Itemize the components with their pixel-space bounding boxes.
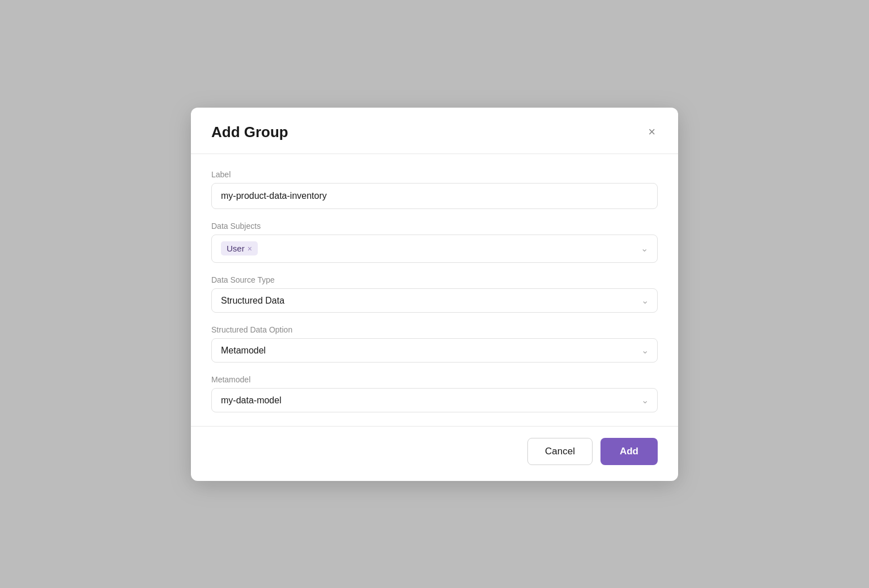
modal-body: Label my-product-data-inventory Data Sub… bbox=[191, 154, 678, 426]
data-subjects-chevron-icon: ⌄ bbox=[641, 243, 648, 254]
metamodel-field-group: Metamodel my-data-model ⌄ bbox=[211, 375, 658, 412]
structured-data-option-select[interactable]: Metamodel bbox=[211, 338, 658, 363]
data-source-type-label: Data Source Type bbox=[211, 275, 658, 284]
data-subjects-field-group: Data Subjects User × ⌄ bbox=[211, 221, 658, 263]
data-source-type-field-group: Data Source Type Structured Data ⌄ bbox=[211, 275, 658, 313]
user-tag: User × bbox=[221, 241, 258, 255]
modal-title: Add Group bbox=[211, 123, 288, 141]
modal-overlay: Add Group × Label my-product-data-invent… bbox=[0, 0, 869, 588]
metamodel-select[interactable]: my-data-model bbox=[211, 388, 658, 412]
structured-data-option-field-group: Structured Data Option Metamodel ⌄ bbox=[211, 325, 658, 363]
structured-data-option-label: Structured Data Option bbox=[211, 325, 658, 334]
tag-value: User bbox=[227, 244, 245, 253]
add-group-modal: Add Group × Label my-product-data-invent… bbox=[191, 108, 678, 481]
metamodel-label: Metamodel bbox=[211, 375, 658, 384]
structured-data-option-wrapper: Metamodel ⌄ bbox=[211, 338, 658, 363]
label-field-group: Label my-product-data-inventory bbox=[211, 170, 658, 209]
data-subjects-select[interactable]: User × ⌄ bbox=[211, 235, 658, 263]
cancel-button[interactable]: Cancel bbox=[527, 438, 593, 465]
data-source-type-wrapper: Structured Data ⌄ bbox=[211, 288, 658, 313]
modal-header: Add Group × bbox=[191, 108, 678, 154]
add-button[interactable]: Add bbox=[600, 438, 658, 465]
label-field-label: Label bbox=[211, 170, 658, 179]
modal-footer: Cancel Add bbox=[191, 426, 678, 481]
metamodel-wrapper: my-data-model ⌄ bbox=[211, 388, 658, 412]
data-source-type-select[interactable]: Structured Data bbox=[211, 288, 658, 313]
data-subjects-label: Data Subjects bbox=[211, 221, 658, 231]
tag-remove-button[interactable]: × bbox=[248, 245, 252, 253]
close-button[interactable]: × bbox=[646, 123, 658, 140]
label-input[interactable]: my-product-data-inventory bbox=[211, 183, 658, 209]
